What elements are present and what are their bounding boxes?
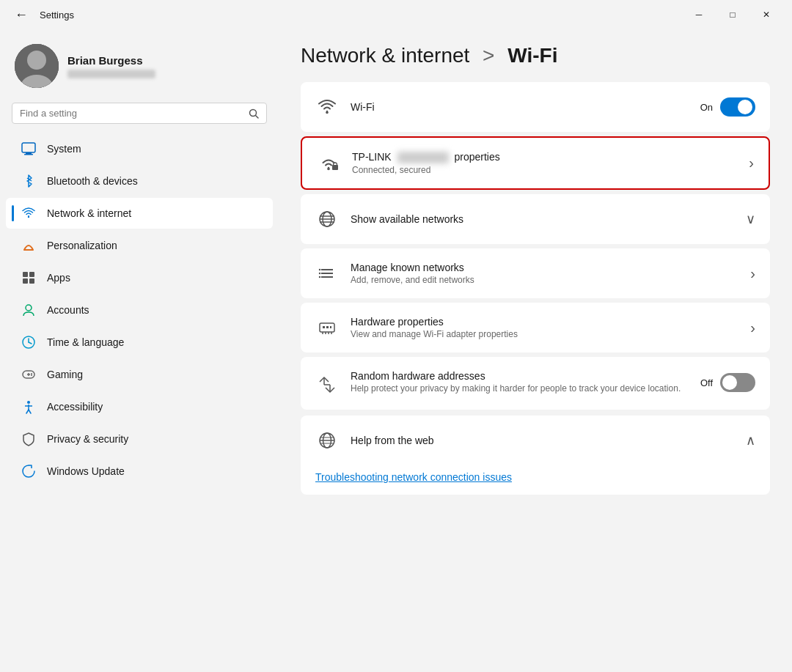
maximize-button[interactable]: □ — [716, 3, 749, 26]
random-address-right: Off — [700, 373, 755, 392]
random-address-label: Random hardware addresses — [351, 370, 689, 382]
sidebar-item-label-accounts: Accounts — [47, 304, 89, 316]
wifi-toggle-knob — [738, 100, 752, 114]
title-bar-left: ← Settings — [9, 4, 74, 26]
random-address-item[interactable]: Random hardware addresses Help protect y… — [301, 357, 770, 410]
network-icon — [21, 205, 37, 221]
svg-point-29 — [327, 167, 330, 170]
page-current: Wi-Fi — [507, 44, 557, 67]
close-button[interactable]: ✕ — [749, 3, 783, 26]
sidebar-item-label-accessibility: Accessibility — [47, 401, 103, 413]
privacy-icon — [21, 431, 37, 447]
help-web-chevron: ∧ — [746, 432, 755, 448]
help-web-text: Help from the web — [351, 435, 734, 446]
show-networks-chevron: ∨ — [746, 211, 755, 227]
title-bar-controls: ─ □ ✕ — [682, 3, 783, 26]
tplink-item[interactable]: TP-LINK properties Connected, secured › — [302, 138, 769, 188]
update-icon — [21, 463, 37, 479]
svg-rect-13 — [29, 278, 34, 284]
hardware-card: Hardware properties View and manage Wi-F… — [301, 303, 770, 352]
svg-point-23 — [27, 401, 30, 404]
svg-point-21 — [31, 373, 32, 374]
back-button[interactable]: ← — [9, 4, 34, 26]
sidebar-item-personalization[interactable]: Personalization — [6, 230, 273, 261]
svg-line-27 — [29, 410, 31, 413]
user-info: Brian Burgess — [67, 54, 155, 78]
sidebar-item-update[interactable]: Windows Update — [6, 456, 273, 487]
tplink-right: › — [749, 155, 754, 171]
tplink-chevron: › — [749, 155, 754, 171]
sidebar-item-privacy[interactable]: Privacy & security — [6, 424, 273, 454]
show-networks-item[interactable]: Show available networks ∨ — [301, 194, 770, 244]
svg-point-1 — [27, 51, 46, 70]
sidebar-item-gaming[interactable]: Gaming — [6, 359, 273, 390]
app-body: Brian Burgess System — [0, 29, 792, 672]
show-networks-text: Show available networks — [351, 213, 734, 225]
user-profile[interactable]: Brian Burgess — [0, 38, 279, 103]
help-web-label: Help from the web — [351, 435, 734, 446]
sidebar-item-time[interactable]: Time & language — [6, 327, 273, 358]
wifi-icon — [315, 95, 339, 119]
hardware-right: › — [750, 320, 755, 336]
main-content: Network & internet > Wi-Fi Wi-Fi — [279, 29, 792, 672]
accounts-icon — [21, 302, 37, 318]
hardware-subtitle: View and manage Wi-Fi adapter properties — [351, 329, 738, 339]
manage-networks-icon — [315, 262, 339, 285]
random-address-toggle-label: Off — [700, 377, 713, 388]
svg-rect-5 — [22, 143, 35, 152]
sidebar-item-label-gaming: Gaming — [47, 369, 83, 380]
tplink-name: TP-LINK properties — [352, 151, 737, 163]
minimize-button[interactable]: ─ — [682, 3, 716, 26]
sidebar-item-apps[interactable]: Apps — [6, 262, 273, 293]
search-input[interactable] — [20, 108, 243, 119]
search-box[interactable] — [12, 103, 267, 124]
wifi-item[interactable]: Wi-Fi On — [301, 82, 770, 132]
sidebar-item-bluetooth[interactable]: Bluetooth & devices — [6, 166, 273, 196]
random-address-text: Random hardware addresses Help protect y… — [351, 370, 689, 394]
manage-networks-item[interactable]: Manage known networks Add, remove, and e… — [301, 248, 770, 298]
svg-rect-44 — [326, 326, 329, 328]
sidebar-item-accessibility[interactable]: Accessibility — [6, 391, 273, 422]
svg-rect-43 — [323, 326, 325, 328]
help-web-header[interactable]: Help from the web ∧ — [301, 416, 770, 465]
sidebar-item-label-update: Windows Update — [47, 465, 125, 477]
svg-line-17 — [29, 342, 32, 344]
manage-networks-text: Manage known networks Add, remove, and e… — [351, 262, 738, 285]
random-address-card: Random hardware addresses Help protect y… — [301, 357, 770, 410]
breadcrumb-separator: > — [483, 44, 494, 67]
hardware-chevron: › — [750, 320, 755, 336]
window-title: Settings — [40, 10, 74, 21]
random-address-toggle[interactable] — [720, 373, 755, 392]
system-icon — [21, 141, 37, 157]
sidebar-item-label-bluetooth: Bluetooth & devices — [47, 175, 138, 187]
svg-rect-10 — [23, 272, 28, 277]
show-networks-icon — [315, 207, 339, 231]
wifi-toggle[interactable] — [720, 97, 755, 117]
svg-line-4 — [256, 115, 259, 118]
sidebar-item-accounts[interactable]: Accounts — [6, 295, 273, 325]
tplink-card[interactable]: TP-LINK properties Connected, secured › — [301, 136, 770, 190]
hardware-icon — [315, 316, 339, 339]
show-networks-card: Show available networks ∨ — [301, 194, 770, 244]
wifi-card: Wi-Fi On — [301, 82, 770, 132]
wifi-label: Wi-Fi — [351, 101, 689, 113]
avatar — [15, 44, 59, 88]
manage-networks-card: Manage known networks Add, remove, and e… — [301, 248, 770, 298]
sidebar: Brian Burgess System — [0, 29, 279, 672]
gaming-icon — [21, 366, 37, 383]
hardware-label: Hardware properties — [351, 316, 738, 328]
sidebar-item-label-network: Network & internet — [47, 207, 131, 219]
manage-networks-right: › — [750, 265, 755, 282]
svg-rect-7 — [24, 154, 33, 155]
help-web-icon — [315, 429, 339, 452]
personalization-icon — [21, 237, 37, 254]
time-icon — [21, 334, 37, 350]
sidebar-item-system[interactable]: System — [6, 133, 273, 164]
troubleshoot-link[interactable]: Troubleshooting network connection issue… — [301, 465, 770, 495]
hardware-item[interactable]: Hardware properties View and manage Wi-F… — [301, 303, 770, 352]
page-title: Network & internet > Wi-Fi — [301, 44, 770, 67]
sidebar-item-network[interactable]: Network & internet — [6, 198, 273, 229]
breadcrumb-network: Network & internet — [301, 44, 469, 67]
manage-networks-subtitle: Add, remove, and edit networks — [351, 275, 738, 285]
tplink-name-blur — [397, 152, 449, 163]
